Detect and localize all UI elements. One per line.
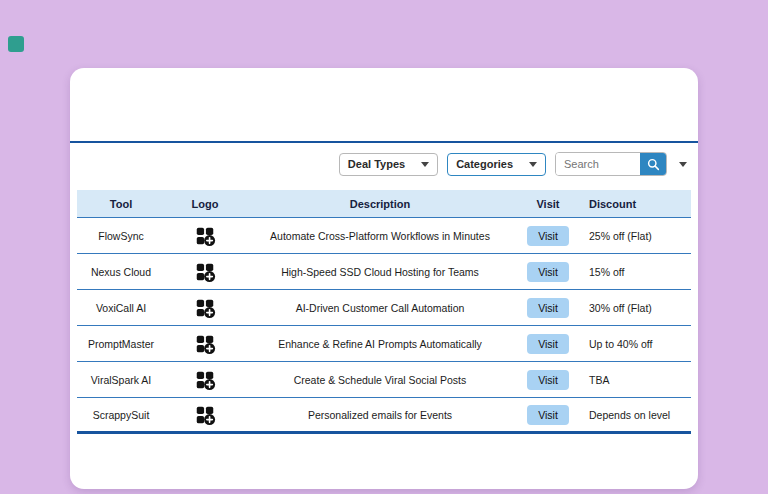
tool-discount: Up to 40% off — [581, 338, 691, 350]
header-description: Description — [245, 198, 515, 210]
tool-description: High-Speed SSD Cloud Hosting for Teams — [245, 266, 515, 278]
header-tool: Tool — [77, 198, 165, 210]
table-row: ViralSpark AI Create & Schedule Viral So… — [77, 362, 691, 398]
tool-description: Personalized emails for Events — [245, 409, 515, 421]
search-input[interactable] — [556, 153, 640, 175]
visit-cell: Visit — [515, 262, 581, 282]
table-row: VoxiCall AI AI-Driven Customer Call Auto… — [77, 290, 691, 326]
visit-cell: Visit — [515, 298, 581, 318]
grid-plus-icon — [194, 297, 216, 319]
deals-table: Tool Logo Description Visit Discount Flo… — [77, 190, 691, 434]
tool-discount: Depends on level — [581, 409, 691, 421]
magnifier-icon — [647, 158, 660, 171]
tool-logo — [165, 225, 245, 247]
visit-button[interactable]: Visit — [527, 334, 569, 354]
header-visit: Visit — [515, 198, 581, 210]
table-row: Nexus Cloud High-Speed SSD Cloud Hosting… — [77, 254, 691, 290]
chevron-down-icon — [679, 162, 687, 167]
tool-logo — [165, 297, 245, 319]
visit-button[interactable]: Visit — [527, 262, 569, 282]
tool-discount: TBA — [581, 374, 691, 386]
grid-plus-icon — [194, 404, 216, 426]
categories-dropdown-label: Categories — [456, 158, 513, 170]
tool-logo — [165, 369, 245, 391]
tool-logo — [165, 261, 245, 283]
filter-bar: Deal Types Categories — [339, 152, 690, 176]
search-box — [555, 152, 667, 176]
visit-cell: Visit — [515, 334, 581, 354]
visit-cell: Visit — [515, 370, 581, 390]
deal-types-dropdown[interactable]: Deal Types — [339, 153, 438, 176]
tool-logo — [165, 333, 245, 355]
grid-plus-icon — [194, 225, 216, 247]
chevron-down-icon — [421, 162, 429, 167]
search-options-dropdown[interactable] — [676, 153, 690, 175]
chevron-down-icon — [529, 162, 537, 167]
header-discount: Discount — [581, 198, 691, 210]
categories-dropdown[interactable]: Categories — [447, 153, 546, 176]
tool-name: ViralSpark AI — [77, 374, 165, 386]
tool-name: Nexus Cloud — [77, 266, 165, 278]
tool-description: Enhance & Refine AI Prompts Automaticall… — [245, 338, 515, 350]
tool-name: ScrappySuit — [77, 409, 165, 421]
visit-cell: Visit — [515, 405, 581, 425]
tool-name: VoxiCall AI — [77, 302, 165, 314]
deal-types-dropdown-label: Deal Types — [348, 158, 405, 170]
grid-plus-icon — [194, 333, 216, 355]
visit-button[interactable]: Visit — [527, 298, 569, 318]
search-button[interactable] — [640, 152, 666, 176]
visit-cell: Visit — [515, 226, 581, 246]
grid-plus-icon — [194, 261, 216, 283]
corner-decoration — [8, 36, 24, 52]
grid-plus-icon — [194, 369, 216, 391]
tool-discount: 25% off (Flat) — [581, 230, 691, 242]
tool-description: Create & Schedule Viral Social Posts — [245, 374, 515, 386]
table-row: ScrappySuit Personalized emails for Even… — [77, 398, 691, 434]
table-row: PromptMaster Enhance & Refine AI Prompts… — [77, 326, 691, 362]
deals-card: Deal Types Categories Tool — [70, 68, 698, 489]
tool-description: Automate Cross-Platform Workflows in Min… — [245, 230, 515, 242]
tool-name: PromptMaster — [77, 338, 165, 350]
tool-description: AI-Driven Customer Call Automation — [245, 302, 515, 314]
visit-button[interactable]: Visit — [527, 405, 569, 425]
table-header-row: Tool Logo Description Visit Discount — [77, 190, 691, 218]
header-logo: Logo — [165, 198, 245, 210]
table-row: FlowSync Automate Cross-Platform Workflo… — [77, 218, 691, 254]
tool-name: FlowSync — [77, 230, 165, 242]
top-divider — [70, 141, 698, 143]
tool-logo — [165, 404, 245, 426]
visit-button[interactable]: Visit — [527, 226, 569, 246]
visit-button[interactable]: Visit — [527, 370, 569, 390]
tool-discount: 15% off — [581, 266, 691, 278]
tool-discount: 30% off (Flat) — [581, 302, 691, 314]
